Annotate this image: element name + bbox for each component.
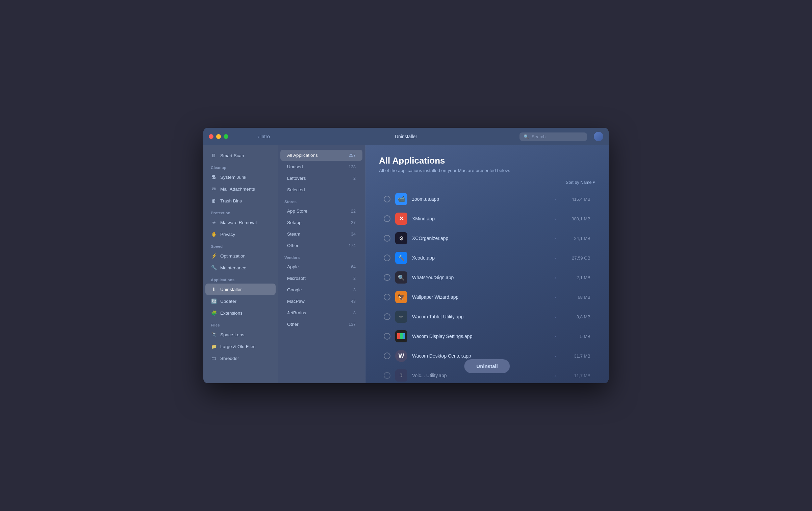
app-icon-voice: 🎙: [395, 369, 407, 382]
table-row[interactable]: 🔍 WhatsYourSign.app › 2,1 MB: [379, 268, 595, 287]
sidebar-item-privacy[interactable]: ✋ Privacy: [205, 228, 276, 240]
sidebar-item-uninstaller[interactable]: ⬇ Uninstaller: [205, 284, 276, 295]
table-row[interactable]: ✏ Wacom Tablet Utility.app › 3,8 MB: [379, 307, 595, 326]
filter-steam[interactable]: Steam 34: [280, 228, 362, 240]
app-name-wallpaper: Wallpaper Wizard.app: [412, 294, 550, 300]
sidebar-item-smart-scan[interactable]: 🖥 Smart Scan: [205, 150, 276, 161]
app-name-wacom-display: Wacom Display Settings.app: [412, 334, 550, 339]
sidebar-item-space-lens[interactable]: 🔭 Space Lens: [205, 329, 276, 340]
table-row[interactable]: 📹 zoom.us.app › 415,4 MB: [379, 190, 595, 209]
app-icon-wacom-desktop: W: [395, 350, 407, 362]
close-button[interactable]: [209, 134, 213, 139]
app-checkbox-wallpaper[interactable]: [384, 294, 390, 300]
filter-google[interactable]: Google 3: [280, 284, 362, 295]
chevron-right-icon: ›: [555, 197, 556, 202]
app-checkbox-wacom-display[interactable]: [384, 333, 390, 340]
filter-macpaw[interactable]: MacPaw 43: [280, 296, 362, 307]
filter-leftovers-label: Leftovers: [287, 176, 306, 181]
sidebar-item-large-old-files[interactable]: 📁 Large & Old Files: [205, 341, 276, 352]
app-size-wallpaper: 68 MB: [563, 295, 590, 300]
chevron-right-icon: ›: [555, 275, 556, 280]
app-checkbox-xcode[interactable]: [384, 254, 390, 261]
app-checkbox-xmind[interactable]: [384, 215, 390, 222]
back-button[interactable]: ‹ Intro: [257, 134, 270, 139]
filter-unused[interactable]: Unused 128: [280, 161, 362, 172]
sort-button[interactable]: Sort by Name ▾: [566, 180, 595, 185]
sidebar-item-extensions[interactable]: 🧩 Extensions: [205, 307, 276, 319]
system-junk-icon: 🗜: [211, 174, 217, 180]
applications-section-label: Applications: [203, 274, 278, 283]
stores-section-label: Stores: [278, 196, 365, 205]
table-row[interactable]: 🔨 Xcode.app › 27,59 GB: [379, 248, 595, 267]
minimize-button[interactable]: [216, 134, 221, 139]
sidebar-item-maintenance[interactable]: 🔧 Maintenance: [205, 262, 276, 273]
filter-all-applications[interactable]: All Applications 257: [280, 150, 362, 161]
app-checkbox-whats[interactable]: [384, 274, 390, 281]
app-icon-wacom-tablet: ✏: [395, 311, 407, 323]
chevron-right-icon: ›: [555, 354, 556, 359]
sidebar-item-shredder[interactable]: 🗃 Shredder: [205, 352, 276, 364]
page-title: All Applications: [379, 155, 595, 166]
filter-jetbrains-count: 8: [353, 311, 356, 315]
table-row[interactable]: Wacom Display Settings.app › 5 MB: [379, 327, 595, 346]
sidebar-label-maintenance: Maintenance: [220, 265, 246, 270]
app-size-voice: 11,7 MB: [563, 373, 590, 378]
filter-microsoft[interactable]: Microsoft 2: [280, 273, 362, 284]
filter-apple-label: Apple: [287, 264, 299, 269]
page-subtitle: All of the applications installed on you…: [379, 168, 595, 173]
filter-google-count: 3: [353, 288, 356, 292]
filter-jetbrains[interactable]: JetBrains 8: [280, 307, 362, 318]
app-checkbox-wacom-desktop[interactable]: [384, 352, 390, 359]
avatar[interactable]: [594, 132, 603, 141]
cleanup-section-label: Cleanup: [203, 162, 278, 171]
app-checkbox-zoom[interactable]: [384, 196, 390, 202]
filter-steam-count: 34: [351, 232, 356, 237]
search-input[interactable]: [532, 134, 583, 139]
filter-setapp[interactable]: Setapp 27: [280, 217, 362, 228]
search-bar[interactable]: 🔍: [519, 132, 587, 141]
sidebar-item-optimization[interactable]: ⚡ Optimization: [205, 250, 276, 262]
sidebar-item-updater[interactable]: 🔄 Updater: [205, 295, 276, 307]
files-section-label: Files: [203, 319, 278, 328]
filter-other-vendor[interactable]: Other 137: [280, 319, 362, 330]
filter-microsoft-label: Microsoft: [287, 276, 306, 281]
table-row[interactable]: ⚙ XCOrganizer.app › 24,1 MB: [379, 229, 595, 248]
filter-apple[interactable]: Apple 64: [280, 261, 362, 272]
filter-selected[interactable]: Selected: [280, 184, 362, 195]
app-checkbox-wacom-tablet[interactable]: [384, 313, 390, 320]
sidebar-item-trash-bins[interactable]: 🗑 Trash Bins: [205, 195, 276, 206]
filter-other-vendor-label: Other: [287, 322, 299, 327]
app-name-whats: WhatsYourSign.app: [412, 275, 550, 280]
mail-icon: ✉: [211, 186, 217, 192]
filter-other-store[interactable]: Other 174: [280, 240, 362, 251]
filter-app-store[interactable]: App Store 22: [280, 205, 362, 217]
filter-leftovers[interactable]: Leftovers 2: [280, 173, 362, 184]
maximize-button[interactable]: [224, 134, 228, 139]
table-row[interactable]: ✕ XMind.app › 380,1 MB: [379, 209, 595, 228]
sidebar-item-mail-attachments[interactable]: ✉ Mail Attachments: [205, 183, 276, 195]
app-icon-zoom: 📹: [395, 193, 407, 205]
search-icon: 🔍: [524, 134, 529, 139]
sidebar-label-mail-attachments: Mail Attachments: [220, 187, 255, 192]
chevron-right-icon: ›: [555, 334, 556, 339]
app-icon-xcorg: ⚙: [395, 232, 407, 244]
trash-icon: 🗑: [211, 198, 217, 204]
back-chevron-icon: ‹: [257, 134, 259, 139]
sidebar-item-system-junk[interactable]: 🗜 System Junk: [205, 171, 276, 183]
sidebar-label-trash-bins: Trash Bins: [220, 198, 242, 203]
chevron-right-icon: ›: [555, 314, 556, 319]
filter-all-label: All Applications: [287, 153, 318, 158]
filter-google-label: Google: [287, 287, 302, 292]
table-row[interactable]: 🦅 Wallpaper Wizard.app › 68 MB: [379, 288, 595, 307]
app-checkbox-xcorg[interactable]: [384, 235, 390, 242]
uninstall-button[interactable]: Uninstall: [464, 359, 510, 373]
filter-unused-label: Unused: [287, 164, 303, 169]
app-checkbox-voice[interactable]: [384, 372, 390, 379]
filter-panel: All Applications 257 Unused 128 Leftover…: [278, 145, 365, 383]
app-icon-wallpaper: 🦅: [395, 291, 407, 303]
sidebar-item-malware-removal[interactable]: ☣ Malware Removal: [205, 217, 276, 228]
large-files-icon: 📁: [211, 343, 217, 349]
app-icon-whats: 🔍: [395, 271, 407, 284]
sidebar-label-extensions: Extensions: [220, 311, 243, 316]
app-name-xmind: XMind.app: [412, 216, 550, 221]
